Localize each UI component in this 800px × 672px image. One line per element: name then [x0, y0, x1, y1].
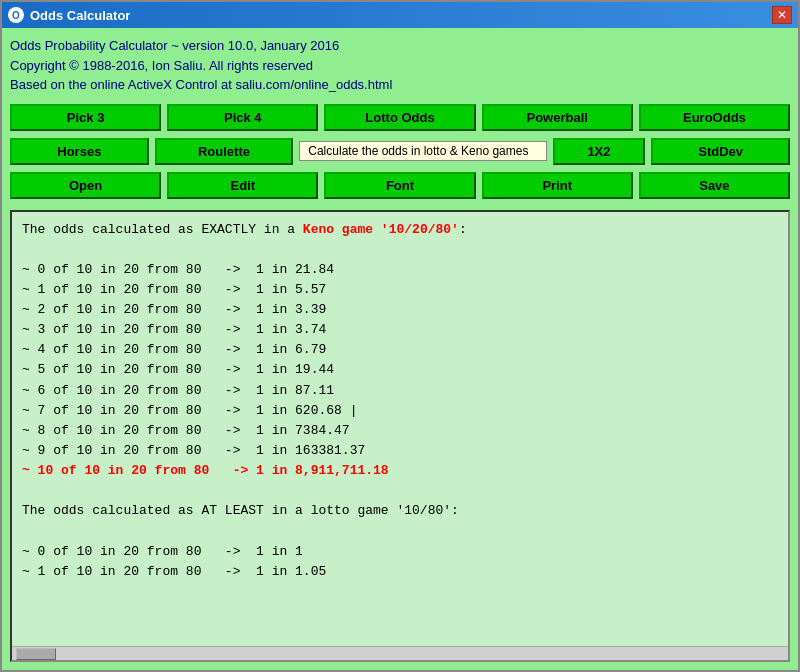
output-line-7: ~ 7 of 10 in 20 from 80 -> 1 in 620.68 |: [22, 401, 778, 421]
title-bar-left: O Odds Calculator: [8, 7, 130, 23]
main-window: O Odds Calculator ✕ Odds Probability Cal…: [0, 0, 800, 672]
pick3-button[interactable]: Pick 3: [10, 104, 161, 131]
output-line-3: ~ 3 of 10 in 20 from 80 -> 1 in 3.74: [22, 320, 778, 340]
edit-button[interactable]: Edit: [167, 172, 318, 199]
output-line-1: ~ 1 of 10 in 20 from 80 -> 1 in 5.57: [22, 280, 778, 300]
intro-text-normal: The odds calculated as EXACTLY in a: [22, 222, 303, 237]
open-button[interactable]: Open: [10, 172, 161, 199]
output-line-atleast: The odds calculated as AT LEAST in a lot…: [22, 501, 778, 521]
output-line-8: ~ 8 of 10 in 20 from 80 -> 1 in 7384.47: [22, 421, 778, 441]
header-section: Odds Probability Calculator ~ version 10…: [10, 36, 790, 95]
close-button[interactable]: ✕: [772, 6, 792, 24]
scrollbar-thumb[interactable]: [16, 648, 56, 660]
output-line-5: ~ 5 of 10 in 20 from 80 -> 1 in 19.44: [22, 360, 778, 380]
output-line-10: ~ 10 of 10 in 20 from 80 -> 1 in 8,911,7…: [22, 461, 778, 481]
output-container: The odds calculated as EXACTLY in a Keno…: [10, 210, 790, 663]
button-row-1: Pick 3 Pick 4 Lotto Odds Powerball EuroO…: [10, 104, 790, 131]
output-line-2: ~ 2 of 10 in 20 from 80 -> 1 in 3.39: [22, 300, 778, 320]
save-button[interactable]: Save: [639, 172, 790, 199]
title-bar: O Odds Calculator ✕: [2, 2, 798, 28]
lotto-odds-button[interactable]: Lotto Odds: [324, 104, 475, 131]
output-line-intro: The odds calculated as EXACTLY in a Keno…: [22, 220, 778, 240]
app-content: Odds Probability Calculator ~ version 10…: [2, 28, 798, 670]
1x2-button[interactable]: 1X2: [553, 138, 646, 165]
intro-text-colon: :: [459, 222, 467, 237]
output-area[interactable]: The odds calculated as EXACTLY in a Keno…: [12, 212, 788, 647]
horizontal-scrollbar[interactable]: [12, 646, 788, 660]
output-line-9: ~ 9 of 10 in 20 from 80 -> 1 in 163381.3…: [22, 441, 778, 461]
print-button[interactable]: Print: [482, 172, 633, 199]
powerball-button[interactable]: Powerball: [482, 104, 633, 131]
horses-button[interactable]: Horses: [10, 138, 149, 165]
output-line-6: ~ 6 of 10 in 20 from 80 -> 1 in 87.11: [22, 381, 778, 401]
pick4-button[interactable]: Pick 4: [167, 104, 318, 131]
euroodds-button[interactable]: EuroOdds: [639, 104, 790, 131]
roulette-button[interactable]: Roulette: [155, 138, 294, 165]
intro-text-red: Keno game '10/20/80': [303, 222, 459, 237]
title-text: Odds Calculator: [30, 8, 130, 23]
header-line3: Based on the online ActiveX Control at s…: [10, 75, 790, 95]
header-line1: Odds Probability Calculator ~ version 10…: [10, 36, 790, 56]
stddev-button[interactable]: StdDev: [651, 138, 790, 165]
font-button[interactable]: Font: [324, 172, 475, 199]
app-icon: O: [8, 7, 24, 23]
output-line-4: ~ 4 of 10 in 20 from 80 -> 1 in 6.79: [22, 340, 778, 360]
output-line-al-0: ~ 0 of 10 in 20 from 80 -> 1 in 1: [22, 542, 778, 562]
button-row-3: Open Edit Font Print Save: [10, 172, 790, 199]
tooltip-text: Calculate the odds in lotto & Keno games: [299, 141, 546, 161]
header-line2: Copyright © 1988-2016, Ion Saliu. All ri…: [10, 56, 790, 76]
output-line-al-1: ~ 1 of 10 in 20 from 80 -> 1 in 1.05: [22, 562, 778, 582]
button-row-2: Horses Roulette Calculate the odds in lo…: [10, 138, 790, 165]
output-line-0: ~ 0 of 10 in 20 from 80 -> 1 in 21.84: [22, 260, 778, 280]
